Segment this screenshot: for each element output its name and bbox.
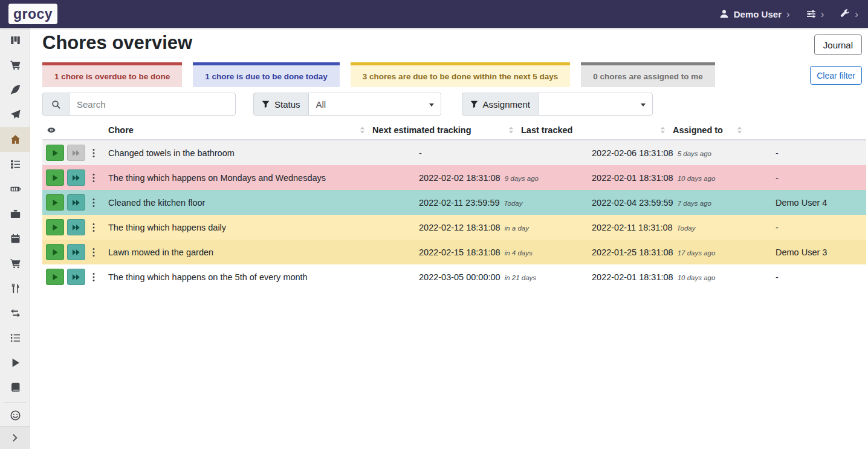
fast-forward-icon <box>72 199 80 206</box>
last-tracked-relative: 5 days ago <box>678 150 711 157</box>
last-tracked-cell: 2022-02-04 23:59:597 days ago <box>592 198 776 208</box>
assigned-to-value: Demo User 3 <box>776 247 866 257</box>
row-controls <box>42 244 108 260</box>
banner-due-soon[interactable]: 3 chores are due to be done within the n… <box>351 62 570 87</box>
sidebar-item-battery-tracking[interactable] <box>0 375 30 400</box>
track-execution-button[interactable] <box>46 269 64 285</box>
journal-button[interactable]: Journal <box>814 34 862 55</box>
table-row: The thing which happens on the 5th of ev… <box>42 264 866 289</box>
sidebar-item-meal-plan[interactable] <box>0 102 30 127</box>
sidebar-item-user-settings[interactable] <box>0 403 30 428</box>
assignment-select[interactable] <box>538 93 653 116</box>
sidebar-item-recipes[interactable] <box>0 77 30 102</box>
last-tracked-value: 2022-02-01 18:31:08 <box>592 173 673 183</box>
skip-button[interactable] <box>67 194 85 211</box>
col-header-next-tracking[interactable]: Next estimated tracking <box>372 125 521 135</box>
row-controls <box>42 219 108 235</box>
status-selected-value: All <box>316 99 326 110</box>
col-header-assigned-to[interactable]: Assigned to <box>673 125 750 135</box>
table-row: Lawn mowed in the garden 2022-02-15 18:3… <box>42 240 866 264</box>
sidebar-item-transfer[interactable] <box>0 301 30 326</box>
next-tracking-relative: in 4 days <box>505 249 533 257</box>
filter-icon <box>262 100 270 108</box>
next-tracking-value: 2022-02-15 18:31:08 <box>419 247 500 257</box>
sidebar-item-equipment[interactable] <box>0 202 30 226</box>
assigned-to-value: Demo User 4 <box>776 198 866 208</box>
battery-icon <box>10 184 21 194</box>
last-tracked-relative: Today <box>677 224 696 232</box>
chevron-right-icon: › <box>786 9 790 19</box>
track-execution-button[interactable] <box>46 169 64 186</box>
sidebar-item-batteries[interactable] <box>0 177 30 202</box>
sidebar-item-calendar[interactable] <box>0 226 30 251</box>
track-execution-button[interactable] <box>46 145 64 161</box>
filter-bar: Status All Assignment <box>42 93 653 116</box>
briefcase-icon <box>10 209 21 219</box>
skip-button[interactable] <box>67 145 85 161</box>
column-visibility-header[interactable] <box>42 126 108 134</box>
table-row: The thing which happens on Mondays and W… <box>42 165 866 190</box>
col-header-chore[interactable]: Chore <box>108 125 372 135</box>
search-input[interactable] <box>69 93 236 116</box>
chevron-right-icon: › <box>855 9 858 19</box>
fast-forward-icon <box>72 149 80 157</box>
skip-button[interactable] <box>67 219 85 235</box>
book-icon <box>10 382 21 393</box>
sidebar-item-shopping-list[interactable] <box>0 53 30 77</box>
chore-name: Cleaned the kitchen floor <box>108 198 419 208</box>
track-execution-button[interactable] <box>46 194 64 211</box>
last-tracked-value: 2022-02-01 18:31:08 <box>592 272 673 282</box>
sidebar-item-stock-overview[interactable] <box>0 28 30 53</box>
play-icon <box>51 274 59 281</box>
page-title: Chores overview <box>42 32 192 54</box>
chore-menu-button[interactable] <box>88 169 99 186</box>
filter-icon <box>470 100 478 108</box>
columns-icon <box>10 35 21 45</box>
play-icon <box>10 358 21 368</box>
chore-menu-button[interactable] <box>88 244 99 260</box>
ellipsis-vertical-icon <box>92 272 95 282</box>
skip-button[interactable] <box>67 244 85 260</box>
chore-menu-button[interactable] <box>88 269 99 285</box>
admin-menu[interactable]: › <box>840 9 858 19</box>
chore-menu-button[interactable] <box>88 219 99 235</box>
col-header-last-tracked[interactable]: Last tracked <box>521 125 673 135</box>
grocy-logo[interactable]: grocy <box>8 4 57 24</box>
status-select[interactable]: All <box>308 93 441 116</box>
banner-overdue[interactable]: 1 chore is overdue to be done <box>42 62 182 87</box>
assigned-to-value: - <box>776 173 866 183</box>
sidebar-item-inventory[interactable] <box>0 326 30 350</box>
clear-filter-button[interactable]: Clear filter <box>810 66 862 85</box>
sidebar-item-chores-overview[interactable] <box>0 127 30 152</box>
col-header-next-label: Next estimated tracking <box>372 125 471 135</box>
assignment-filter-label: Assignment <box>462 93 538 116</box>
skip-button[interactable] <box>67 269 85 285</box>
last-tracked-cell: 2022-01-25 18:31:0817 days ago <box>592 247 776 257</box>
chore-menu-button[interactable] <box>88 145 99 161</box>
track-execution-button[interactable] <box>46 219 64 235</box>
sidebar-item-purchase[interactable] <box>0 251 30 276</box>
row-controls <box>42 169 108 186</box>
sliders-icon <box>806 9 816 19</box>
table-row: Cleaned the kitchen floor 2022-02-11 23:… <box>42 190 866 215</box>
chore-menu-button[interactable] <box>88 194 99 211</box>
sidebar-item-consume[interactable] <box>0 276 30 301</box>
ellipsis-vertical-icon <box>92 148 95 158</box>
next-tracking-value: - <box>419 148 422 158</box>
sidebar-collapse-toggle[interactable] <box>0 426 30 449</box>
banner-assigned-to-me[interactable]: 0 chores are assigned to me <box>581 62 715 87</box>
settings-menu[interactable]: › <box>806 9 824 19</box>
skip-button[interactable] <box>67 169 85 186</box>
banner-due-today[interactable]: 1 chore is due to be done today <box>193 62 340 87</box>
user-menu[interactable]: Demo User › <box>719 9 790 19</box>
next-tracking-cell: 2022-03-05 00:00:00in 21 days <box>419 272 592 282</box>
sidebar-item-tasks[interactable] <box>0 152 30 177</box>
checklist-icon <box>10 159 21 169</box>
ellipsis-vertical-icon <box>92 198 95 208</box>
chores-table: Chore Next estimated tracking Last track… <box>42 121 866 289</box>
sidebar-item-chore-tracking[interactable] <box>0 350 30 375</box>
play-icon <box>51 174 59 182</box>
track-execution-button[interactable] <box>46 244 64 260</box>
play-icon <box>51 199 59 206</box>
table-row: The thing which happens daily 2022-02-12… <box>42 215 866 240</box>
